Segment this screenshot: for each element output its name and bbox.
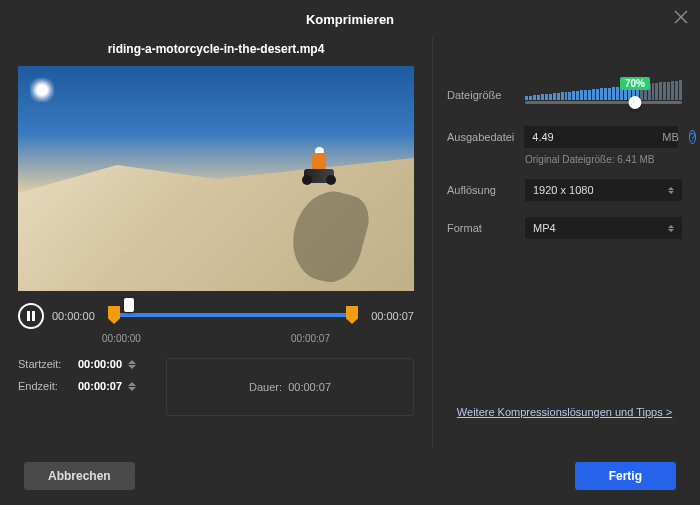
trim-handle-right[interactable] — [346, 306, 358, 324]
duration-value: 00:00:07 — [288, 381, 331, 393]
dialog-title: Komprimieren — [306, 12, 394, 27]
start-time-label: Startzeit: — [18, 358, 68, 370]
resolution-value: 1920 x 1080 — [533, 184, 594, 196]
current-time: 00:00:00 — [52, 310, 102, 322]
duration-box: Dauer: 00:00:07 — [166, 358, 414, 416]
stepper-icon[interactable] — [128, 360, 136, 369]
file-name: riding-a-motorcycle-in-the-desert.mp4 — [18, 38, 414, 66]
pause-button[interactable] — [18, 303, 44, 329]
start-time-value: 00:00:00 — [78, 358, 122, 370]
help-icon[interactable]: ? — [689, 130, 697, 144]
cancel-button[interactable]: Abbrechen — [24, 462, 135, 490]
duration-label: Dauer: — [249, 381, 282, 393]
end-time-label: Endzeit: — [18, 380, 68, 392]
filesize-label: Dateigröße — [447, 89, 515, 101]
total-time: 00:00:07 — [364, 310, 414, 322]
format-select[interactable]: MP4 — [525, 217, 682, 239]
chevron-updown-icon — [668, 187, 674, 194]
filesize-slider[interactable]: 70% — [525, 80, 682, 110]
done-button[interactable]: Fertig — [575, 462, 676, 490]
track-end-label: 00:00:07 — [291, 333, 330, 344]
stepper-icon[interactable] — [128, 382, 136, 391]
chevron-updown-icon — [668, 225, 674, 232]
playhead[interactable] — [124, 298, 134, 312]
output-size-label: Ausgabedatei — [447, 131, 514, 143]
resolution-label: Auflösung — [447, 184, 515, 196]
output-size-input[interactable] — [524, 126, 678, 148]
video-preview[interactable] — [18, 66, 414, 291]
format-value: MP4 — [533, 222, 556, 234]
resolution-select[interactable]: 1920 x 1080 — [525, 179, 682, 201]
tips-link[interactable]: Weitere Kompressionslösungen und Tipps > — [447, 406, 682, 418]
end-time-stepper[interactable]: 00:00:07 — [78, 380, 136, 392]
trim-track[interactable] — [110, 301, 356, 331]
format-label: Format — [447, 222, 515, 234]
filesize-percent-badge: 70% — [620, 77, 650, 90]
start-time-stepper[interactable]: 00:00:00 — [78, 358, 136, 370]
slider-thumb[interactable] — [628, 96, 641, 109]
end-time-value: 00:00:07 — [78, 380, 122, 392]
original-size-hint: Original Dateigröße: 6.41 MB — [525, 154, 682, 165]
track-start-label: 00:00:00 — [102, 333, 141, 344]
close-icon[interactable] — [674, 10, 688, 27]
trim-handle-left[interactable] — [108, 306, 120, 324]
titlebar: Komprimieren — [0, 0, 700, 38]
